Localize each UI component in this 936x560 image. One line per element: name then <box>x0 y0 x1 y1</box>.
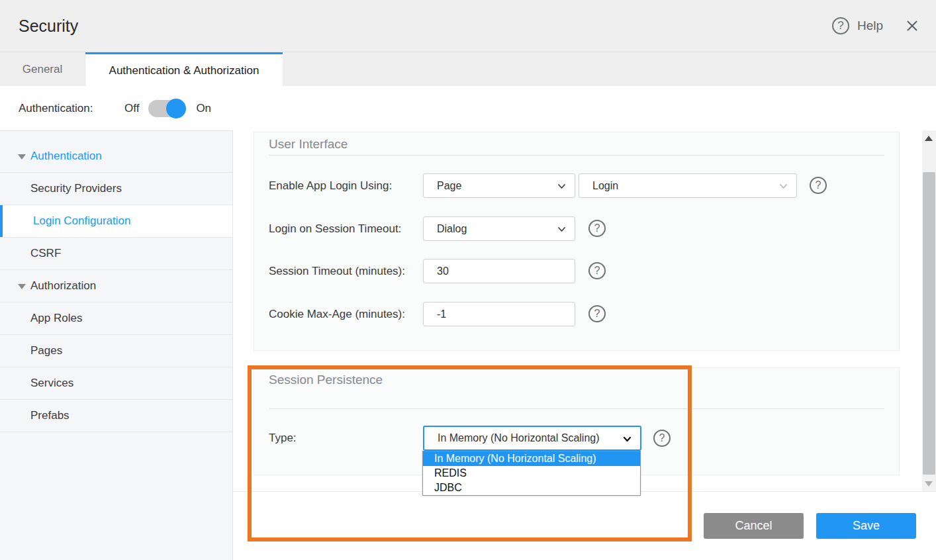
session-timeout-input[interactable] <box>437 261 561 283</box>
authentication-label: Authentication: <box>19 102 124 115</box>
sidebar-group-authorization[interactable]: Authorization <box>0 270 232 303</box>
sidebar-item-label: Security Providers <box>30 182 122 195</box>
expand-triangle-icon <box>18 284 26 289</box>
user-interface-section: User Interface Enable App Login Using: P… <box>254 132 900 351</box>
login-page-select[interactable]: Login <box>579 173 797 198</box>
select-value: Login <box>592 180 618 191</box>
section-title: User Interface <box>269 137 348 152</box>
help-link[interactable]: Help <box>857 19 883 33</box>
dialog-header: Security ? Help <box>0 0 936 52</box>
sidebar-item-app-roles[interactable]: App Roles <box>0 303 232 335</box>
save-button[interactable]: Save <box>816 513 916 539</box>
cookie-max-age-input[interactable] <box>437 304 561 326</box>
dropdown-option-redis[interactable]: REDIS <box>423 466 640 481</box>
security-dialog: Security ? Help General Authentication &… <box>0 0 936 560</box>
select-value: Dialog <box>437 223 467 234</box>
authentication-toggle[interactable] <box>148 100 185 117</box>
scroll-up-arrow-icon[interactable] <box>925 136 933 141</box>
toggle-knob <box>166 99 186 118</box>
tab-general[interactable]: General <box>0 52 85 87</box>
cookie-max-age-field-wrap <box>423 302 575 326</box>
sidebar-item-csrf[interactable]: CSRF <box>0 238 232 270</box>
session-persistence-type-select[interactable]: In Memory (No Horizontal Scaling) <box>423 426 641 451</box>
chevron-down-icon <box>558 226 565 233</box>
dropdown-option-in-memory[interactable]: In Memory (No Horizontal Scaling) <box>423 451 640 466</box>
section-divider <box>269 408 884 409</box>
session-timeout-field-wrap <box>423 259 575 283</box>
select-value: In Memory (No Horizontal Scaling) <box>438 432 600 443</box>
sidebar-item-services[interactable]: Services <box>0 367 232 400</box>
chevron-down-icon <box>624 436 631 443</box>
sidebar-group-authentication[interactable]: Authentication <box>0 140 232 173</box>
sidebar-item-security-providers[interactable]: Security Providers <box>0 173 232 205</box>
page-title: Security <box>19 0 78 52</box>
sidebar-group-label: Authorization <box>30 279 96 292</box>
session-timeout-label: Session Timeout (minutes): <box>269 259 405 283</box>
scroll-down-arrow-icon[interactable] <box>925 481 933 487</box>
vertical-scrollbar[interactable] <box>922 130 936 491</box>
sidebar-item-pages[interactable]: Pages <box>0 335 232 367</box>
header-actions: ? Help <box>832 0 920 52</box>
help-icon[interactable]: ? <box>588 305 606 322</box>
sidebar-item-label: Login Configuration <box>33 214 130 227</box>
sidebar-item-label: Services <box>30 377 73 389</box>
type-dropdown-list: In Memory (No Horizontal Scaling) REDIS … <box>422 451 641 496</box>
section-title: Session Persistence <box>269 373 383 387</box>
sidebar-item-label: App Roles <box>30 312 82 324</box>
select-value: Page <box>437 180 461 191</box>
sidebar-item-label: CSRF <box>30 247 61 259</box>
sidebar-item-label: Pages <box>30 344 62 357</box>
enable-app-login-select[interactable]: Page <box>423 173 575 198</box>
help-icon[interactable]: ? <box>810 177 827 194</box>
cancel-button[interactable]: Cancel <box>704 513 804 539</box>
chevron-down-icon <box>558 183 565 190</box>
toggle-on-label: On <box>196 102 211 115</box>
sidebar-item-label: Prefabs <box>30 409 70 422</box>
help-icon[interactable]: ? <box>588 220 606 237</box>
sidebar-group-label: Authentication <box>30 150 102 162</box>
sidebar-item-prefabs[interactable]: Prefabs <box>0 400 232 432</box>
help-icon[interactable]: ? <box>832 17 849 34</box>
type-label: Type: <box>269 426 297 451</box>
enable-app-login-label: Enable App Login Using: <box>269 173 392 198</box>
chevron-down-icon <box>780 183 787 190</box>
tab-bar: General Authentication & Authorization <box>0 52 936 86</box>
settings-sidebar: Authentication Security Providers Login … <box>0 130 233 560</box>
login-session-timeout-select[interactable]: Dialog <box>423 216 575 241</box>
authentication-toggle-row: Authentication: Off On <box>0 86 936 130</box>
sidebar-item-login-configuration[interactable]: Login Configuration <box>0 205 232 238</box>
dropdown-option-jdbc[interactable]: JDBC <box>423 481 640 495</box>
help-icon[interactable]: ? <box>588 262 606 279</box>
login-session-timeout-label: Login on Session Timeout: <box>269 216 401 241</box>
cookie-max-age-label: Cookie Max-Age (minutes): <box>269 302 405 326</box>
tab-authentication-authorization[interactable]: Authentication & Authorization <box>85 52 283 87</box>
section-divider <box>269 155 884 156</box>
scrollbar-thumb[interactable] <box>923 172 935 475</box>
close-icon[interactable] <box>904 18 920 34</box>
expand-triangle-icon <box>18 154 26 160</box>
toggle-off-label: Off <box>124 102 139 115</box>
help-icon[interactable]: ? <box>653 430 671 447</box>
